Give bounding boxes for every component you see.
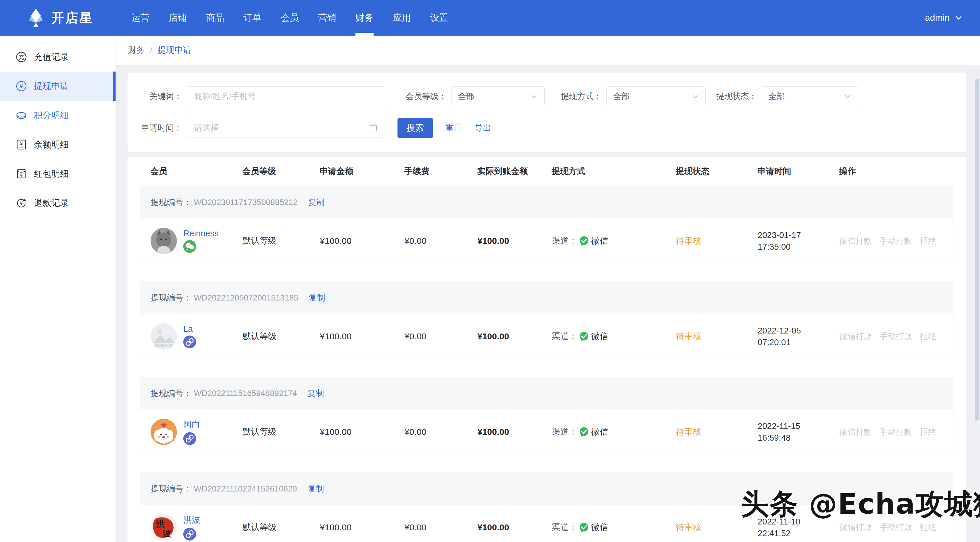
nav-item-yingxiao[interactable]: 营销: [318, 0, 336, 36]
col-operations: 操作: [839, 166, 953, 177]
col-actual-amount: 实际到账金额: [477, 166, 552, 177]
reject-action[interactable]: 拒绝: [920, 426, 936, 437]
sidebar-item-withdraw-applications[interactable]: ¥ 提现申请: [0, 72, 116, 101]
actual-amount-cell: ¥100.00: [477, 236, 552, 246]
nav-item-yunying[interactable]: 运营: [131, 0, 150, 36]
sidebar-item-label: 积分明细: [34, 110, 69, 121]
svg-text:暂时无法查看: 暂时无法查看: [155, 344, 172, 347]
member-name-link[interactable]: La: [183, 324, 196, 334]
channel-value: 微信: [591, 331, 608, 342]
withdraw-group-2: 提现编号： WD20221205072001513185 复制 暂时无法查看 L…: [140, 282, 953, 359]
chevron-down-icon: [844, 92, 851, 100]
nav-item-shezhi[interactable]: 设置: [430, 0, 448, 36]
wechat-pay-action[interactable]: 微信打款: [839, 426, 872, 437]
sidebar-item-label: 提现申请: [34, 80, 69, 92]
reject-action[interactable]: 拒绝: [920, 235, 936, 247]
wechat-pay-action[interactable]: 微信打款: [839, 235, 872, 247]
member-avatar: 暂时无法查看: [151, 323, 177, 349]
svg-text:充: 充: [19, 54, 24, 60]
withdraw-status-select[interactable]: 全部: [762, 86, 858, 106]
col-member-level: 会员等级: [242, 166, 320, 177]
top-navbar: 开店星 运营 店铺 商品 订单 会员 营销 财务 应用 设置 admin: [0, 0, 980, 36]
nav-item-caiwu[interactable]: 财务: [355, 0, 374, 36]
nav-item-shangpin[interactable]: 商品: [206, 0, 224, 36]
fee-cell: ¥0.00: [404, 427, 477, 437]
copy-link[interactable]: 复制: [309, 292, 325, 303]
withdraw-method-select[interactable]: 全部: [606, 86, 706, 106]
search-button[interactable]: 搜索: [398, 118, 433, 138]
sidebar-item-refund-records[interactable]: ¥ 退款记录: [0, 188, 116, 218]
copy-link[interactable]: 复制: [308, 483, 324, 494]
manual-pay-action[interactable]: 手动打款: [880, 426, 912, 437]
apply-amount-cell: ¥100.00: [320, 236, 404, 246]
table-row: Reinness 默认等级 ¥100.00 ¥0.00 ¥100.00 渠道：: [140, 218, 953, 263]
wechat-pay-icon: [578, 522, 590, 533]
sidebar-item-redpacket-detail[interactable]: ¥ 红包明细: [0, 159, 116, 188]
admin-dropdown[interactable]: admin: [925, 13, 963, 23]
sidebar-item-points-detail[interactable]: 积分明细: [0, 101, 116, 130]
main-content: 关键词： 会员等级： 全部 提现方式： 全部 提现状态： 全部: [116, 65, 980, 542]
nav-item-dingdan[interactable]: 订单: [243, 0, 261, 36]
method-cell: 渠道： 微信: [552, 331, 676, 342]
status-cell: 待审核: [676, 426, 757, 438]
apply-time-input[interactable]: 请选择: [187, 118, 385, 138]
channel-label: 渠道：: [552, 426, 577, 438]
group-header: 提现编号： WD20221115165948892174 复制: [140, 377, 953, 410]
order-number: WD20221115165948892174: [194, 389, 297, 398]
sidebar-item-label: 退款记录: [34, 197, 69, 209]
nav-item-huiyuan[interactable]: 会员: [281, 0, 299, 36]
fee-cell: ¥0.00: [404, 523, 477, 532]
operations-cell: 微信打款 手动打款 拒绝: [839, 331, 953, 342]
wechat-pay-action[interactable]: 微信打款: [839, 331, 872, 342]
wechat-pay-icon: [578, 235, 590, 247]
svg-text:波: 波: [162, 529, 171, 538]
actual-amount-cell: ¥100.00: [477, 523, 552, 532]
operations-cell: 微信打款 手动打款 拒绝: [839, 235, 953, 247]
member-level-cell: 默认等级: [242, 331, 320, 342]
breadcrumb: 财务 / 提现申请: [116, 36, 980, 65]
balance-icon: ¥: [15, 139, 27, 151]
manual-pay-action[interactable]: 手动打款: [880, 331, 912, 342]
reset-link[interactable]: 重置: [445, 122, 462, 134]
nav-item-yingyong[interactable]: 应用: [393, 0, 411, 36]
member-level-select[interactable]: 全部: [451, 86, 544, 106]
sidebar-item-balance-detail[interactable]: ¥ 余额明细: [0, 130, 116, 159]
channel-value: 微信: [591, 426, 608, 438]
sidebar-item-recharge-records[interactable]: 充 充值记录: [0, 42, 116, 72]
svg-text:¥: ¥: [19, 83, 23, 89]
manual-pay-action[interactable]: 手动打款: [880, 235, 912, 247]
svg-text:¥: ¥: [19, 141, 23, 146]
operations-cell: 微信打款 手动打款 拒绝: [839, 426, 953, 437]
member-name-link[interactable]: 阿白: [183, 419, 200, 430]
channel-label: 渠道：: [552, 521, 577, 533]
order-number-label: 提现编号：: [151, 483, 191, 494]
channel-value: 微信: [591, 235, 608, 247]
svg-text:¥: ¥: [20, 173, 22, 177]
breadcrumb-parent[interactable]: 财务: [128, 45, 145, 56]
h5-badge-icon: [183, 432, 196, 445]
sidebar-item-label: 余额明细: [34, 139, 69, 151]
export-link[interactable]: 导出: [474, 122, 492, 134]
order-number: WD20230117173500885212: [194, 198, 298, 207]
sidebar-item-label: 红包明细: [34, 168, 69, 180]
filter-panel: 关键词： 会员等级： 全部 提现方式： 全部 提现状态： 全部: [127, 73, 966, 152]
member-name-link[interactable]: Reinness: [183, 229, 219, 238]
copy-link[interactable]: 复制: [308, 197, 325, 208]
member-level-value: 全部: [458, 91, 474, 102]
member-level-cell: 默认等级: [242, 426, 320, 438]
h5-badge-icon: [183, 336, 196, 348]
scrollbar-thumb[interactable]: [975, 79, 979, 421]
keyword-input[interactable]: [187, 86, 385, 106]
order-number: WD20221110224152610629: [194, 484, 297, 494]
nav-item-dianpu[interactable]: 店铺: [169, 0, 187, 36]
redpacket-icon: ¥: [15, 167, 27, 180]
member-name-link[interactable]: 洪波: [183, 514, 200, 526]
actual-amount-cell: ¥100.00: [477, 332, 552, 341]
h5-badge-icon: [183, 528, 196, 540]
col-fee: 手续费: [404, 166, 477, 177]
sidebar-item-label: 充值记录: [34, 51, 69, 63]
reject-action[interactable]: 拒绝: [920, 331, 936, 342]
copy-link[interactable]: 复制: [308, 388, 324, 399]
withdraw-status-label: 提现状态：: [716, 91, 762, 102]
method-cell: 渠道： 微信: [552, 235, 676, 247]
